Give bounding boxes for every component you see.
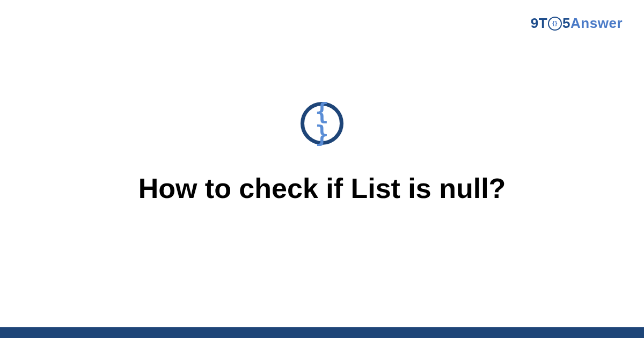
site-logo: 9T{}5Answer — [531, 15, 623, 32]
main-content: { } How to check if List is null? — [0, 102, 644, 205]
logo-clock-icon: {} — [548, 17, 562, 31]
page-title: How to check if List is null? — [0, 172, 644, 205]
logo-part-9t: 9T — [531, 15, 547, 32]
bottom-bar — [0, 327, 644, 338]
braces-glyph: { } — [304, 101, 340, 146]
code-braces-icon: { } — [301, 102, 343, 145]
logo-clock-inner: {} — [552, 20, 558, 26]
logo-part-answer: Answer — [570, 15, 623, 32]
logo-part-5: 5 — [562, 15, 570, 32]
